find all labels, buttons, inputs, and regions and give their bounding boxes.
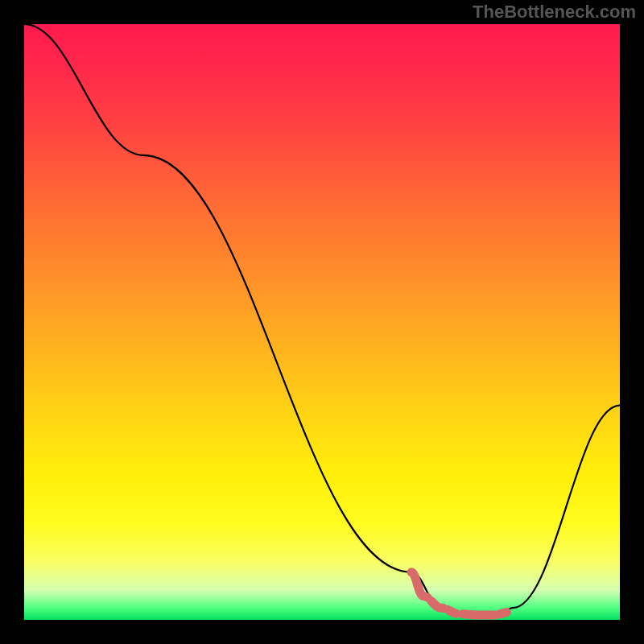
plot-area [24,24,620,620]
watermark-text: TheBottleneck.com [473,2,636,23]
highlight-curve [411,572,506,615]
main-curve [24,24,620,617]
chart-svg [24,24,620,620]
